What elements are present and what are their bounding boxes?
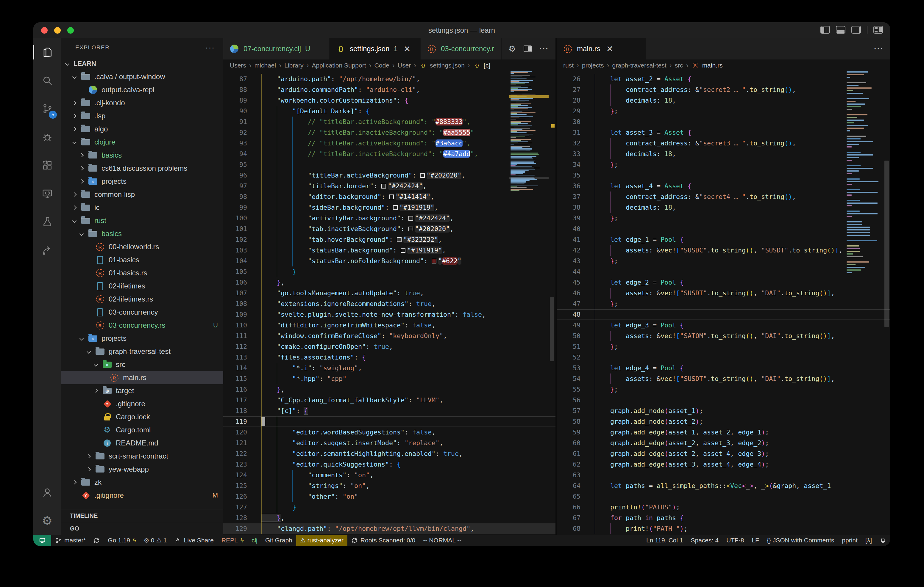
tab-settings.json[interactable]: {}settings.json1✕ — [330, 38, 421, 59]
code-line-119[interactable]: 119 — [223, 416, 556, 427]
tree-item-02-lifetimes[interactable]: 02-lifetimes — [61, 280, 223, 293]
tree-item-01-basics.rs[interactable]: R01-basics.rs — [61, 266, 223, 280]
code-line-33[interactable]: 33 decimals: 18, — [557, 149, 890, 159]
code-line-53[interactable]: 53 let edge_4 = Pool { — [557, 363, 890, 373]
status-repl[interactable]: REPLϟ — [218, 534, 248, 546]
code-line-66[interactable]: 66 println!("PATHS"); — [557, 502, 890, 513]
tab-07-concurrency.clj[interactable]: 07-concurrency.cljU — [223, 38, 330, 59]
tree-item-learn[interactable]: LEARN — [61, 57, 223, 70]
code-line-26[interactable]: 26 let asset_2 = Asset { — [557, 74, 890, 84]
code-line-108[interactable]: 108 "extensions.ignoreRecommendations": … — [223, 299, 556, 309]
tree-item-output.calva-repl[interactable]: output.calva-repl — [61, 83, 223, 96]
activity-source-control-icon[interactable]: 5 — [33, 95, 61, 123]
code-line-56[interactable]: 56 — [557, 395, 890, 406]
tab-main.rs[interactable]: Rmain.rs✕ — [557, 38, 646, 59]
tree-item-projects[interactable]: ×projects — [61, 175, 223, 188]
code-line-43[interactable]: 43 }; — [557, 256, 890, 266]
code-line-34[interactable]: 34 }; — [557, 159, 890, 170]
tree-item-cargo.lock[interactable]: Cargo.lock — [61, 410, 223, 423]
code-line-129[interactable]: 129 "clangd.path": "/opt/homebrew/opt/ll… — [223, 523, 556, 534]
editor-scrollbar[interactable] — [884, 161, 889, 327]
tree-item-zk[interactable]: zk — [61, 476, 223, 489]
code-line-44[interactable]: 44 — [557, 266, 890, 277]
code-line-92[interactable]: 92 // "titleBar.inactiveBackground": "#a… — [223, 127, 556, 138]
code-line-115[interactable]: 115 "*.hpp": "cpp" — [223, 373, 556, 384]
breadcrumb-item[interactable]: Application Support — [312, 62, 366, 69]
tree-item-cargo.toml[interactable]: ⚙Cargo.toml — [61, 423, 223, 437]
code-line-29[interactable]: 29 }; — [557, 106, 890, 117]
status-roots-scanned[interactable]: Roots Scanned: 0/0 — [347, 534, 419, 546]
breadcrumb-item[interactable]: michael — [254, 62, 276, 69]
layout-sidebar-left-icon[interactable] — [820, 26, 830, 34]
layout-grid-icon[interactable] — [873, 26, 883, 34]
activity-settings-icon[interactable]: ⚙ — [33, 506, 61, 534]
breadcrumb-item[interactable]: Library — [284, 62, 304, 69]
tree-item-rust[interactable]: rust — [61, 214, 223, 227]
tree-item-00-helloworld.rs[interactable]: R00-helloworld.rs — [61, 240, 223, 253]
code-line-101[interactable]: 101 "tab.inactiveBackground": "#202020", — [223, 224, 556, 234]
code-line-90[interactable]: 90 "[Default Dark+]": { — [223, 106, 556, 117]
tree-item-projects[interactable]: ×projects — [61, 332, 223, 345]
code-line-52[interactable]: 52 — [557, 352, 890, 363]
code-line-61[interactable]: 61 graph.add_edge(asset_2, asset_4, edge… — [557, 449, 890, 459]
status-rust-analyzer[interactable]: ⚠ rust-analyzer — [296, 534, 347, 546]
tab-gear-icon[interactable]: ⚙ — [508, 44, 516, 54]
code-line-54[interactable]: 54 assets: &vec!["SUSDT".to_string(), "D… — [557, 373, 890, 384]
status-cursor-position[interactable]: Ln 119, Col 1 — [642, 534, 687, 546]
breadcrumb-item[interactable]: [c] — [484, 62, 490, 69]
activity-search-icon[interactable] — [33, 66, 61, 95]
tree-item-basics[interactable]: basics — [61, 149, 223, 162]
code-area-right[interactable]: 26 let asset_2 = Asset {27 contract_addr… — [557, 71, 890, 534]
tree-item-graph-traversal-test[interactable]: graph-traversal-test — [61, 345, 223, 358]
status-clj[interactable]: clj — [248, 534, 261, 546]
code-line-121[interactable]: 121 "editor.suggest.insertMode": "replac… — [223, 438, 556, 449]
status-git-graph[interactable]: Git Graph — [261, 534, 296, 546]
code-line-41[interactable]: 41 let edge_1 = Pool { — [557, 234, 890, 245]
status-eol[interactable]: LF — [748, 534, 763, 546]
code-line-99[interactable]: 99 "sideBar.background": "#191919", — [223, 202, 556, 213]
code-line-35[interactable]: 35 — [557, 170, 890, 181]
tree-item-common-lisp[interactable]: common-lisp — [61, 188, 223, 201]
code-line-116[interactable]: 116 }, — [223, 384, 556, 395]
activity-testing-icon[interactable] — [33, 207, 61, 236]
code-line-63[interactable]: 63 — [557, 470, 890, 480]
code-line-127[interactable]: 127 } — [223, 502, 556, 513]
status-pprint[interactable]: pprint — [838, 534, 861, 546]
code-line-95[interactable]: 95 — [223, 159, 556, 170]
code-line-102[interactable]: 102 "tab.hoverBackground": "#323232", — [223, 234, 556, 245]
tree-item-yew-webapp[interactable]: yew-webapp — [61, 463, 223, 476]
code-line-120[interactable]: 120 "editor.wordBasedSuggestions": false… — [223, 427, 556, 438]
breadcrumb-item[interactable]: rust — [563, 62, 574, 69]
code-line-55[interactable]: 55 }; — [557, 384, 890, 395]
code-line-126[interactable]: 126 "other": "on" — [223, 491, 556, 502]
tree-item-algo[interactable]: algo — [61, 123, 223, 136]
breadcrumb-item[interactable]: main.rs — [702, 62, 723, 69]
code-line-123[interactable]: 123 "editor.quickSuggestions": { — [223, 459, 556, 470]
tree-item-target[interactable]: ◎target — [61, 384, 223, 397]
code-line-117[interactable]: 117 "C_Cpp.clang_format_fallbackStyle": … — [223, 395, 556, 406]
title-bar[interactable]: settings.json — learn — [33, 22, 890, 38]
code-line-36[interactable]: 36 let asset_4 = Asset { — [557, 181, 890, 191]
code-line-60[interactable]: 60 graph.add_edge(asset_2, asset_3, edge… — [557, 438, 890, 449]
code-line-38[interactable]: 38 decimals: 18, — [557, 202, 890, 213]
layout-sidebar-right-icon[interactable] — [851, 26, 861, 34]
minimap-left[interactable] — [509, 71, 549, 534]
activity-extensions-icon[interactable] — [33, 151, 61, 179]
status-notifications[interactable] — [876, 534, 890, 546]
code-line-39[interactable]: 39 }; — [557, 213, 890, 224]
breadcrumb-item[interactable]: Code — [375, 62, 389, 69]
activity-remote-explorer-icon[interactable] — [33, 179, 61, 207]
code-line-122[interactable]: 122 "editor.semanticHighlighting.enabled… — [223, 449, 556, 459]
code-line-109[interactable]: 109 "svelte.plugin.svelte.note-new-trans… — [223, 309, 556, 320]
status-language-mode[interactable]: {} JSON with Comments — [763, 534, 838, 546]
breadcrumb-item[interactable]: projects — [582, 62, 604, 69]
layout-panel-icon[interactable] — [836, 26, 845, 34]
sidebar-section-go[interactable]: GO — [61, 522, 223, 534]
editor-more-icon[interactable]: ··· — [874, 44, 883, 54]
tree-item-.calva---output-window[interactable]: .calva / output-window — [61, 70, 223, 83]
code-line-57[interactable]: 57 graph.add_node(asset_1); — [557, 406, 890, 416]
code-line-45[interactable]: 45 let edge_2 = Pool { — [557, 277, 890, 288]
code-area-left[interactable]: 87 "arduino.path": "/opt/homebrew/bin/",… — [223, 71, 556, 534]
tree-item-.gitignore[interactable]: Y.gitignore — [61, 397, 223, 410]
explorer-more-icon[interactable]: ··· — [205, 43, 215, 53]
